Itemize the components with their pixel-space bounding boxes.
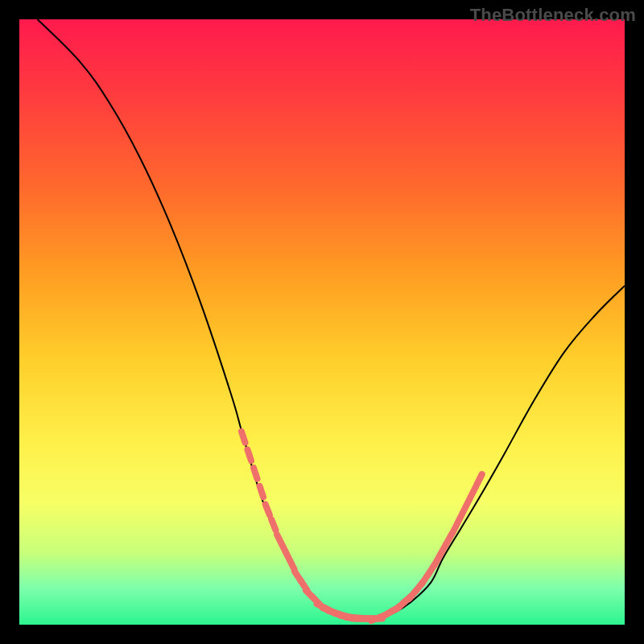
highlight-dots (242, 431, 482, 621)
highlight-dot (471, 486, 476, 497)
highlight-dot (283, 547, 288, 557)
highlight-dot (271, 519, 275, 530)
chart-svg (19, 19, 625, 625)
highlight-dot (477, 474, 481, 485)
series-right-ascent (377, 286, 625, 619)
chart-frame: TheBottleneck.com (0, 0, 644, 644)
highlight-dot (464, 498, 469, 509)
series-left-descent (38, 19, 377, 619)
highlight-dot (289, 559, 294, 569)
highlight-dot (260, 486, 264, 497)
highlight-dot (277, 535, 282, 545)
highlight-dot (248, 450, 252, 461)
highlight-dot (254, 468, 258, 479)
watermark-text: TheBottleneck.com (470, 5, 636, 26)
highlight-dot (452, 522, 457, 533)
line-series (38, 19, 625, 619)
highlight-dot (242, 431, 246, 443)
plot-area (19, 19, 625, 625)
highlight-dot (266, 504, 270, 514)
highlight-dot (459, 510, 464, 521)
